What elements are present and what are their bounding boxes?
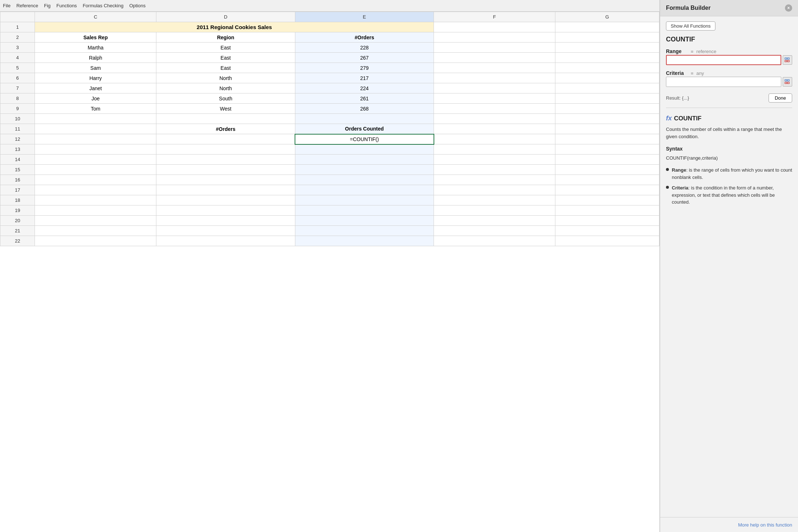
cell-d12[interactable] [156, 134, 295, 144]
row-num-1: 1 [0, 22, 35, 32]
cell-f10[interactable] [434, 114, 555, 124]
cell-e7[interactable]: 224 [295, 83, 434, 93]
criteria-param-hint: any [697, 71, 704, 76]
row-num-8: 8 [0, 93, 35, 104]
spreadsheet-container: C D E F G 1 2011 Regional Cookies Sales [0, 12, 659, 532]
cell-g3[interactable] [555, 43, 659, 53]
svg-rect-2 [785, 60, 787, 62]
cell-c5[interactable]: Sam [35, 63, 156, 73]
table-row-empty: 14 [0, 155, 659, 165]
range-param-row: Range = reference [666, 48, 792, 54]
cell-c3[interactable]: Martha [35, 43, 156, 53]
cell-g4[interactable] [555, 53, 659, 63]
toolbar-options[interactable]: Options [129, 3, 145, 8]
cell-e10[interactable] [295, 114, 434, 124]
cell-c6[interactable]: Harry [35, 73, 156, 83]
func-info-header: fx COUNTIF [666, 115, 792, 122]
syntax-code: COUNTIF(range,criteria) [666, 155, 792, 161]
cell-g10[interactable] [555, 114, 659, 124]
cell-c4[interactable]: Ralph [35, 53, 156, 63]
table-row: 5 Sam East 279 [0, 63, 659, 73]
cell-f12[interactable] [434, 134, 555, 144]
cell-e9[interactable]: 268 [295, 104, 434, 114]
header-orders[interactable]: #Orders [295, 32, 434, 43]
done-button[interactable]: Done [769, 93, 792, 103]
table-row-empty: 15 [0, 165, 659, 175]
criteria-input[interactable] [666, 77, 781, 87]
cell-g8[interactable] [555, 93, 659, 104]
svg-rect-3 [787, 60, 789, 62]
func-display-name: COUNTIF [674, 115, 702, 122]
cell-f6[interactable] [434, 73, 555, 83]
cell-f2[interactable] [434, 32, 555, 43]
cell-g5[interactable] [555, 63, 659, 73]
cell-f4[interactable] [434, 53, 555, 63]
col-header-g[interactable]: G [555, 12, 659, 22]
cell-c11[interactable] [35, 124, 156, 134]
param-bullets: Range: is the range of cells from which … [666, 167, 792, 206]
cell-g2[interactable] [555, 32, 659, 43]
cell-e6[interactable]: 217 [295, 73, 434, 83]
cell-d8[interactable]: South [156, 93, 295, 104]
header-region[interactable]: Region [156, 32, 295, 43]
cell-e4[interactable]: 267 [295, 53, 434, 63]
cell-g6[interactable] [555, 73, 659, 83]
cell-d4[interactable]: East [156, 53, 295, 63]
range-param-eq: = [691, 49, 694, 54]
cell-f7[interactable] [434, 83, 555, 93]
cell-d5[interactable]: East [156, 63, 295, 73]
cell-d9[interactable]: West [156, 104, 295, 114]
cell-g11[interactable] [555, 124, 659, 134]
cell-c10[interactable] [35, 114, 156, 124]
cell-d3[interactable]: East [156, 43, 295, 53]
col-header-c[interactable]: C [35, 12, 156, 22]
cell-d11-orders-label[interactable]: #Orders [156, 124, 295, 134]
more-help-link[interactable]: More help on this function [738, 522, 792, 528]
cell-g9[interactable] [555, 104, 659, 114]
cell-e3[interactable]: 228 [295, 43, 434, 53]
table-row-empty: 20 [0, 216, 659, 226]
range-select-button[interactable] [783, 55, 792, 65]
range-grid-icon [785, 57, 790, 63]
cell-c7[interactable]: Janet [35, 83, 156, 93]
cell-d10[interactable] [156, 114, 295, 124]
header-salesrep[interactable]: Sales Rep [35, 32, 156, 43]
show-all-functions-button[interactable]: Show All Functions [666, 21, 715, 31]
toolbar-formulas-checking[interactable]: Formulas Checking [83, 3, 123, 8]
result-row: Result: {...} Done [666, 93, 792, 103]
cell-f3[interactable] [434, 43, 555, 53]
title-cell[interactable]: 2011 Regional Cookies Sales [35, 22, 434, 32]
cell-c12[interactable] [35, 134, 156, 144]
cell-c9[interactable]: Tom [35, 104, 156, 114]
toolbar-file[interactable]: File [3, 3, 11, 8]
cell-f8[interactable] [434, 93, 555, 104]
criteria-select-button[interactable] [783, 77, 792, 87]
fx-icon: fx [666, 115, 672, 122]
cell-f9[interactable] [434, 104, 555, 114]
cell-e11-orders-counted[interactable]: Orders Counted [295, 124, 434, 134]
col-header-d[interactable]: D [156, 12, 295, 22]
table-row-headers: 2 Sales Rep Region #Orders [0, 32, 659, 43]
formula-builder-close-button[interactable]: × [785, 4, 792, 12]
toolbar-functions[interactable]: Functions [56, 3, 77, 8]
svg-rect-4 [785, 80, 787, 81]
toolbar-fig[interactable]: Fig [44, 3, 51, 8]
cell-d6[interactable]: North [156, 73, 295, 83]
range-input[interactable] [666, 55, 781, 65]
criteria-input-row [666, 77, 792, 87]
cell-e5[interactable]: 279 [295, 63, 434, 73]
cell-g7[interactable] [555, 83, 659, 93]
cell-c8[interactable]: Joe [35, 93, 156, 104]
cell-f5[interactable] [434, 63, 555, 73]
cell-e12-formula[interactable]: =COUNTIF() [295, 134, 434, 144]
cell-f1[interactable] [434, 22, 555, 32]
col-header-f[interactable]: F [434, 12, 555, 22]
cell-e8[interactable]: 261 [295, 93, 434, 104]
cell-f11[interactable] [434, 124, 555, 134]
row-num-3: 3 [0, 43, 35, 53]
toolbar-reference[interactable]: Reference [16, 3, 38, 8]
cell-d7[interactable]: North [156, 83, 295, 93]
cell-g12[interactable] [555, 134, 659, 144]
cell-g1[interactable] [555, 22, 659, 32]
col-header-e[interactable]: E [295, 12, 434, 22]
